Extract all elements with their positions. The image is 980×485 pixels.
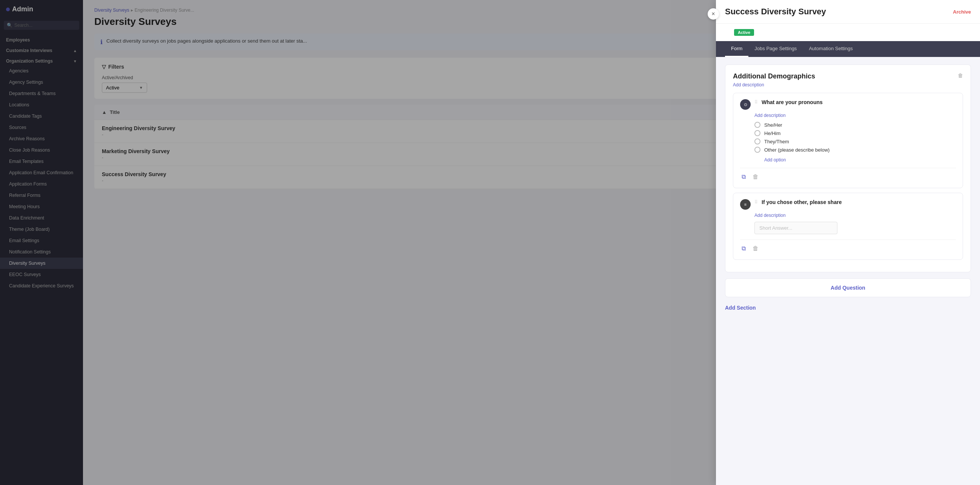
delete-section-button[interactable]: 🗑 bbox=[958, 72, 963, 78]
modal-tabs: Form Jobs Page Settings Automation Setti… bbox=[716, 41, 980, 57]
radio-option-he-him: He/Him bbox=[754, 130, 956, 136]
radio-label: Other (please describe below) bbox=[764, 147, 829, 153]
radio-question-icon: ⊙ bbox=[740, 99, 751, 110]
radio-circle bbox=[754, 122, 760, 128]
question-actions-1: ⧉ 🗑 bbox=[740, 168, 956, 182]
question-actions-2: ⧉ 🗑 bbox=[740, 240, 956, 253]
modal-close-button[interactable]: × bbox=[708, 8, 719, 20]
add-section-description-link[interactable]: Add description bbox=[733, 82, 764, 87]
duplicate-question-button-2[interactable]: ⧉ bbox=[740, 243, 747, 253]
question-title-pronouns: What are your pronouns bbox=[762, 99, 956, 105]
tab-form[interactable]: Form bbox=[725, 41, 748, 57]
short-answer-preview: Short Answer... bbox=[754, 222, 837, 234]
question-card-pronouns: ⊙ ⠿ What are your pronouns Add descripti… bbox=[733, 93, 963, 188]
section-card: 🗑 Additional Demographics Add descriptio… bbox=[725, 65, 971, 272]
modal-panel: Success Diversity Survey Archive Active … bbox=[716, 0, 980, 485]
duplicate-question-button-1[interactable]: ⧉ bbox=[740, 172, 747, 182]
radio-circle bbox=[754, 147, 760, 153]
radio-circle bbox=[754, 130, 760, 136]
modal-body: 🗑 Additional Demographics Add descriptio… bbox=[716, 57, 980, 485]
modal-header: Success Diversity Survey Archive bbox=[716, 0, 980, 24]
add-section-link[interactable]: Add Section bbox=[725, 302, 971, 314]
question-header-1: ⊙ ⠿ What are your pronouns bbox=[740, 99, 956, 110]
modal-title: Success Diversity Survey bbox=[725, 7, 826, 17]
tab-automation-settings[interactable]: Automation Settings bbox=[803, 41, 859, 57]
question-title-other: If you chose other, please share bbox=[762, 199, 956, 205]
status-badge: Active bbox=[734, 29, 754, 36]
section-title: Additional Demographics bbox=[733, 72, 963, 80]
tab-jobs-page-settings[interactable]: Jobs Page Settings bbox=[748, 41, 803, 57]
add-question-button[interactable]: Add Question bbox=[725, 278, 971, 297]
radio-label: They/Them bbox=[764, 139, 789, 145]
add-question-description-link-2[interactable]: Add description bbox=[754, 213, 956, 218]
radio-label: She/Her bbox=[764, 122, 782, 128]
radio-option-she-her: She/Her bbox=[754, 122, 956, 128]
radio-label: He/Him bbox=[764, 130, 780, 136]
question-card-other: ≡ ⠿ If you chose other, please share Add… bbox=[733, 193, 963, 260]
delete-question-button-1[interactable]: 🗑 bbox=[751, 172, 760, 182]
archive-button[interactable]: Archive bbox=[953, 9, 971, 15]
text-question-icon: ≡ bbox=[740, 199, 751, 210]
drag-handle-icon[interactable]: ⠿ bbox=[754, 100, 758, 105]
delete-question-button-2[interactable]: 🗑 bbox=[751, 243, 760, 253]
radio-option-other: Other (please describe below) bbox=[754, 147, 956, 153]
radio-circle bbox=[754, 138, 760, 145]
question-header-2: ≡ ⠿ If you chose other, please share bbox=[740, 199, 956, 210]
radio-option-they-them: They/Them bbox=[754, 138, 956, 145]
drag-handle-icon[interactable]: ⠿ bbox=[754, 199, 758, 205]
add-option-link[interactable]: Add option bbox=[764, 157, 786, 162]
add-question-description-link-1[interactable]: Add description bbox=[754, 113, 956, 118]
